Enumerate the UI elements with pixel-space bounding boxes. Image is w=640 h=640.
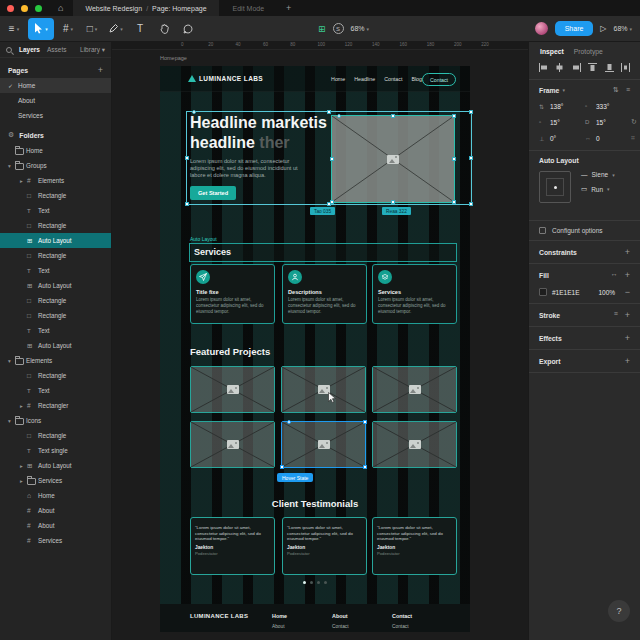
add-effect-button[interactable]: + [625,333,630,343]
layer-row[interactable]: Services [0,533,111,548]
layer-row[interactable]: Rectangle [0,218,111,233]
width-field[interactable]: ▫15° [539,116,583,128]
testimonial-card[interactable]: "Lorem ipsum dolor sit amet, consectetur… [190,517,275,575]
stroke-style-icon[interactable]: ≡ [614,310,618,320]
align-top-icon[interactable] [587,62,598,73]
selection-handle[interactable] [469,156,473,160]
layer-row[interactable]: Groups [0,158,111,173]
expand-caret-icon[interactable] [20,403,27,409]
project-placeholder[interactable] [281,421,366,468]
maximize-window-button[interactable] [35,5,42,12]
expand-caret-icon[interactable] [8,418,15,424]
selection-handle[interactable] [363,420,367,424]
distribute-horizontal-icon[interactable] [620,62,631,73]
library-dropdown[interactable]: Library ▾ [80,46,105,54]
tab-prototype[interactable]: Prototype [574,48,603,55]
direction-dropdown[interactable]: —Siene▾ [581,171,615,178]
home-icon[interactable]: ⌂ [58,0,63,16]
fill-hex-value[interactable]: #1E1E1E [552,289,579,296]
search-icon[interactable] [6,47,12,53]
selection-handle[interactable] [363,465,367,469]
layer-row[interactable]: Auto Layout [0,458,111,473]
layer-row[interactable]: Rectangler [0,398,111,413]
project-placeholder[interactable] [190,366,275,413]
text-tool-button[interactable]: T [130,18,150,40]
fill-color-row[interactable]: #1E1E1E 100% − [539,287,630,297]
carousel-dots[interactable] [160,581,470,584]
frame-name-label[interactable]: Homepage [160,55,187,61]
layer-row[interactable]: Rectangle [0,248,111,263]
edit-mode-tab[interactable]: Edit Mode [219,5,279,12]
present-button[interactable]: ▷ [600,24,606,33]
padding-control[interactable] [539,171,571,203]
add-constraint-button[interactable]: + [625,247,630,257]
file-tab[interactable]: Website Redesign / Page: Homepage [73,0,218,16]
main-menu-button[interactable]: ≡▾ [4,18,24,40]
canvas[interactable]: 020406080100120140160180200220 020406080… [112,42,528,640]
layer-row[interactable]: Text [0,383,111,398]
expand-caret-icon[interactable] [20,463,27,469]
corner-radius-field[interactable]: ↔0 [585,132,629,144]
wrap-dropdown[interactable]: ▭Run▾ [581,185,615,193]
pen-tool-button[interactable]: ▾ [106,18,126,40]
checkbox-icon[interactable] [539,227,546,234]
share-button[interactable]: Share [555,21,594,36]
project-placeholder[interactable] [281,366,366,413]
rotation-field[interactable]: ⊥0° [539,132,583,144]
service-card[interactable]: Title fixe Lorem ipsum dolor sit amet, c… [190,264,275,324]
expand-caret-icon[interactable] [8,163,15,169]
project-placeholder[interactable] [190,421,275,468]
services-heading-frame[interactable]: Services [189,243,457,262]
tab-assets[interactable]: Assets [47,46,67,53]
minimize-window-button[interactable] [21,5,28,12]
selection-handle[interactable] [469,110,473,114]
x-position-field[interactable]: ⇅138° [539,100,583,112]
align-right-icon[interactable] [571,62,582,73]
layer-row[interactable]: Services [0,473,111,488]
layer-row[interactable]: Rectangle [0,428,111,443]
layer-row[interactable]: Elements [0,353,111,368]
swap-icon[interactable]: ⇅ [613,86,619,94]
expand-corners-icon[interactable]: ⌗ [631,134,640,142]
tab-inspect[interactable]: Inspect [540,48,564,55]
component-badge-icon[interactable]: S [333,23,344,34]
layer-row[interactable]: Rectangle [0,293,111,308]
height-field[interactable]: D15° [585,116,629,128]
constrain-proportions-icon[interactable]: ↻ [631,118,640,126]
move-tool-button[interactable]: ▾ [28,18,54,40]
testimonial-card[interactable]: "Lorem ipsum dolor sit amet, consectetur… [282,517,367,575]
layer-row[interactable]: Icons [0,413,111,428]
layer-row[interactable]: About [0,518,111,533]
frame-section-title[interactable]: Frame [539,87,559,94]
remove-fill-button[interactable]: − [625,287,630,297]
layer-row[interactable]: Auto Layout [0,338,111,353]
selection-handle[interactable] [185,156,189,160]
homepage-frame[interactable]: LUMINANCE LABS HomeHeadlineContactBlog C… [160,66,470,632]
layer-row[interactable]: Rectangle [0,308,111,323]
layer-row[interactable]: Text [0,323,111,338]
help-button[interactable]: ? [608,600,630,622]
frame-tool-button[interactable]: #▾ [58,18,78,40]
page-item[interactable]: ✓ About [0,93,111,108]
layer-row[interactable]: Text [0,263,111,278]
add-page-button[interactable]: + [98,65,103,75]
project-placeholder[interactable] [372,366,457,413]
shape-tool-button[interactable]: □▾ [82,18,102,40]
comment-tool-button[interactable] [178,18,198,40]
layer-row[interactable]: Auto Layout [0,278,111,293]
layer-row[interactable]: Rectangle [0,188,111,203]
service-card[interactable]: Services Lorem ipsum dolor sit amet, con… [372,264,457,324]
layer-row[interactable]: Text [0,203,111,218]
layer-row[interactable]: Text single [0,443,111,458]
layer-row[interactable]: Home [0,143,111,158]
page-item[interactable]: ✓ Services [0,108,111,123]
configure-options-row[interactable]: Configunt options [539,227,630,234]
new-tab-button[interactable]: + [278,3,299,13]
hero-image-placeholder[interactable] [331,115,455,203]
options-icon[interactable]: ≡ [626,86,630,94]
y-position-field[interactable]: ▫333° [585,100,629,112]
canvas-zoom-dropdown[interactable]: 68% ▾ [351,25,369,32]
plugin-icon[interactable]: ⊞ [318,24,326,34]
testimonial-card[interactable]: "Lorem ipsum dolor sit amet, consectetur… [372,517,457,575]
add-export-button[interactable]: + [625,356,630,366]
